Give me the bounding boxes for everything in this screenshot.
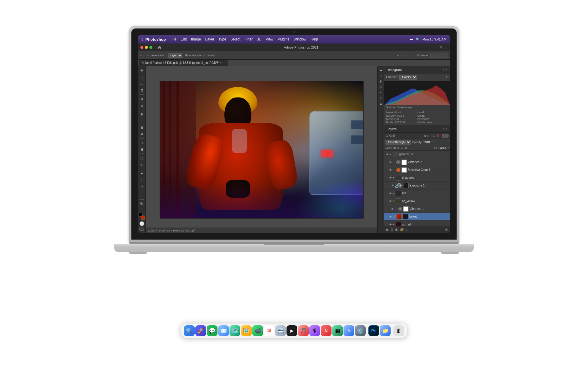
bg-color-swatch[interactable] [141,216,145,219]
add-layer-icon[interactable]: + [406,228,408,231]
lock-position-icon[interactable]: ✥ [397,146,400,149]
histogram-refresh-icon[interactable]: ↻ [446,76,448,79]
menu-file[interactable]: File [171,37,176,41]
layer-selective-color1[interactable]: 👁 S Selective Color 1 [384,166,450,174]
tool-stamp[interactable]: ⊞ [139,124,145,130]
menu-edit[interactable]: Edit [181,37,187,41]
group-arrow-general-cc[interactable]: ▾ [390,153,391,156]
layer-general-cc[interactable]: 👁 ▾ general_cc [384,151,450,158]
menu-layer[interactable]: Layer [205,37,214,41]
layer-hat-group[interactable]: 👁 ▸ hat [384,190,450,197]
layer-eye-vibrance2[interactable]: 👁 [388,161,392,164]
close-button[interactable] [140,46,143,49]
adj-curves-icon[interactable]: ↗ [379,73,383,78]
tool-gradient[interactable]: ▦ [139,146,145,152]
layer-eye-ccyellow[interactable]: 👁 [388,200,392,203]
auto-select-dropdown[interactable]: Layer [168,53,182,58]
tab-close-icon[interactable]: × [224,61,225,64]
layer-exposure1[interactable]: 👁 🔗 ☀ Exposure 1 [384,182,450,190]
adj-vibrance-icon[interactable]: ♦ [379,90,383,95]
tool-eyedropper[interactable]: ⊘ [139,103,145,109]
tool-quick-select[interactable]: ⊡ [139,87,145,93]
dock-contacts[interactable]: 📇 [275,325,286,336]
ps-canvas[interactable]: EAT 12.5% © 14204 px x 10692 px (300 ppi… [146,66,377,233]
color-swatches[interactable] [139,213,145,219]
blend-mode-select[interactable]: Pass Through [386,140,411,145]
ps-search-icon[interactable]: 🔍 [440,46,443,49]
layer-shadows-group[interactable]: 👁 ▾ shadows [384,174,450,182]
menu-type[interactable]: Type [218,37,226,41]
adj-filter-icon[interactable]: ◐ [427,134,430,137]
menu-help[interactable]: Help [310,37,318,41]
dock-finder2[interactable]: 📁 [380,325,391,336]
active-document-tab[interactable]: © Jamil Portrait 16 Edit.psb @ 12.5% (ge… [139,60,228,66]
delete-layer-icon[interactable]: 🗑 [445,228,448,231]
tool-eraser[interactable]: ⊡ [139,140,145,146]
layer-cc-yellow-group[interactable]: 👁 ▾ cc_yellow [384,197,450,205]
type-filter-icon[interactable]: T [430,134,432,137]
dock-news[interactable]: N [321,325,332,336]
dock-finder[interactable]: 🔍 [184,325,195,336]
filter-toggle[interactable] [442,134,449,138]
lock-artboard-icon[interactable]: ⊡ [401,146,403,149]
layer-cc-red-group[interactable]: 👁 ▾ cc_red [384,221,450,226]
dock-trash[interactable]: 🗑 [393,325,404,336]
more-toolbar-icon[interactable]: ⋯ [410,54,412,57]
dock-appstore[interactable]: A [344,325,354,336]
dock-numbers[interactable]: ▦ [332,325,343,336]
lock-pixel-icon[interactable]: ▦ [393,146,396,149]
tool-text[interactable]: T [139,177,145,183]
tool-brush[interactable]: ⊾ [139,118,145,124]
histogram-menu-icon[interactable]: ≡ [443,68,445,71]
adj-hue-icon[interactable]: ◐ [379,79,383,84]
group-arrow-ccred[interactable]: ▾ [393,223,394,226]
layers-collapse-icon[interactable]: × [446,127,448,130]
tool-lasso[interactable]: ⌓ [139,81,145,87]
tool-path-select[interactable]: ↗ [139,184,145,190]
dock-systemprefs[interactable]: ⚙️ [355,325,366,336]
layer-jacket[interactable]: 👁 🔗 jacket [384,213,450,221]
ps-more-icon[interactable]: ⋯ [445,46,448,49]
pixel-icon[interactable]: ▦ [424,134,426,137]
quick-mask-icon[interactable] [140,221,144,226]
layer-eye-vibrance1[interactable]: 👁 [390,207,394,210]
adj-color-balance-icon[interactable]: ⊗ [379,96,383,101]
color-filter-icon[interactable]: 🔴 [436,134,440,137]
tool-rectangular-marquee[interactable]: ⬚ [139,74,145,80]
lock-all-icon[interactable]: 🔒 [404,146,408,149]
add-fx-icon[interactable]: fx [386,228,389,231]
dock-appletv[interactable]: ▶ [286,325,297,336]
layer-eye-exp1[interactable]: 👁 [390,184,394,187]
channel-select[interactable]: Colors [399,75,417,80]
adj-brightness-icon[interactable]: ☀ [379,85,383,89]
dock-launchpad[interactable]: 🚀 [195,325,206,336]
layer-eye-ccred[interactable]: 👁 [388,223,392,226]
add-adjustment-icon[interactable]: ◐ [395,228,398,231]
apple-logo-icon[interactable]:  [142,37,143,42]
menu-3d[interactable]: 3D [257,37,261,41]
dock-mail[interactable]: ✉️ [218,325,229,336]
minimize-button[interactable] [145,46,148,49]
fill-value[interactable]: 100% [440,146,446,149]
dock-ps[interactable]: Ps [368,325,379,336]
tool-shape[interactable]: ▭ [139,192,145,198]
menu-select[interactable]: Select [230,37,240,41]
tool-pen[interactable]: ✒ [139,170,145,176]
smart-filter-icon[interactable]: ⊞ [433,134,435,137]
group-arrow-hat[interactable]: ▸ [393,192,394,195]
add-group-icon[interactable]: 📁 [400,228,404,231]
dock-music[interactable]: 🎵 [298,325,309,336]
screen-mode-icon[interactable] [140,228,144,231]
opacity-value[interactable]: 100% [423,141,430,144]
search-menubar-icon[interactable]: 🔍 [416,37,420,41]
dock-messages[interactable]: 💬 [207,325,218,336]
adj-photo-filter-icon[interactable]: ◉ [379,102,383,106]
tool-dodge[interactable]: ◎ [139,162,145,168]
dock-facetime[interactable]: 📹 [252,325,263,336]
tool-move[interactable]: ✥ [139,67,145,73]
menu-plugins[interactable]: Plugins [278,37,289,41]
adj-levels-icon[interactable]: ☁ [379,67,383,72]
maximize-button[interactable] [149,46,152,49]
layer-eye-hat[interactable]: 👁 [388,192,392,195]
dock-calendar[interactable]: 18 [264,325,274,336]
